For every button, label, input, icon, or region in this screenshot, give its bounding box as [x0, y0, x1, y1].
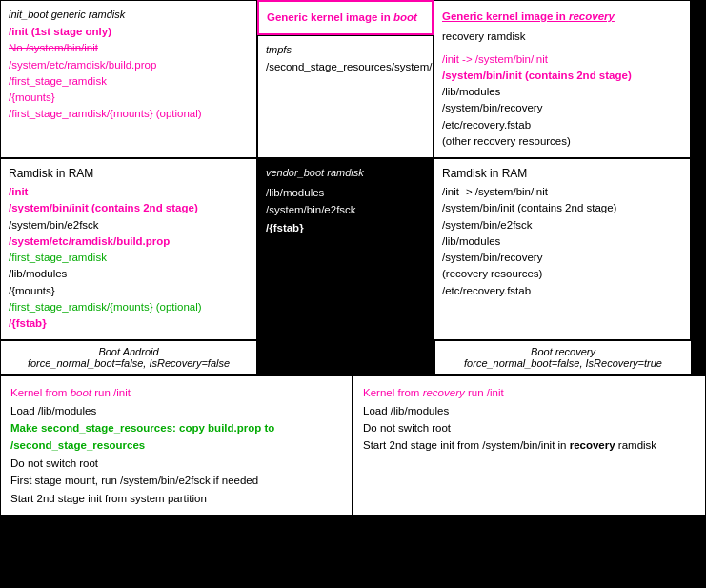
kr-line1: Kernel from recovery run /init	[363, 384, 696, 401]
kb-line2: Load /lib/modules	[10, 402, 342, 419]
caption-recovery-line1: Boot recovery	[443, 346, 683, 357]
rb-line3: /system/bin/e2fsck	[9, 217, 249, 233]
kb-line1: Kernel from boot run /init	[10, 384, 342, 401]
rb-line4: /system/etc/ramdisk/build.prop	[9, 233, 249, 250]
cell-tmpfs: tmpfs /second_stage_resources/system/etc…	[257, 35, 434, 158]
ramdisk-recovery-title: Ramdisk in RAM	[442, 167, 682, 180]
caption-boot: Boot Android force_normal_boot=false, Is…	[0, 340, 257, 375]
kb-line3: Make second_stage_resources: copy build.…	[10, 419, 342, 455]
rb-line7: /{mounts}	[9, 283, 249, 299]
recovery-line1: recovery ramdisk	[442, 29, 682, 45]
rr-line5: /system/bin/recovery	[442, 250, 682, 266]
vb-line3: /{fstab}	[266, 219, 425, 236]
rr-line7: /etc/recovery.fstab	[442, 283, 682, 299]
rb-line5: /first_stage_ramdisk	[9, 250, 249, 266]
recovery-line7: (other recovery resources)	[442, 133, 682, 150]
init-line1: /init (1st stage only)	[9, 24, 249, 40]
recovery-title: Generic kernel image in recovery	[442, 9, 682, 25]
init-line2: No /system/bin/init	[9, 40, 249, 56]
kb-line6: Start 2nd stage init from system partiti…	[10, 490, 342, 507]
tmpfs-label: tmpfs	[266, 44, 425, 55]
caption-recovery: Boot recovery force_normal_boot=false, I…	[434, 340, 692, 375]
cell-ramdisk-boot: Ramdisk in RAM /init /system/bin/init (c…	[0, 158, 257, 340]
init-line6: /first_stage_ramdisk/{mounts} (optional)	[9, 106, 249, 122]
rr-line1: /init -> /system/bin/init	[442, 184, 682, 200]
init-line5: /{mounts}	[9, 90, 249, 106]
ramdisk-boot-content: /init /system/bin/init (contains 2nd sta…	[9, 184, 249, 332]
rb-line1: /init	[9, 184, 249, 200]
cell-kernel-recovery: Kernel from recovery run /init Load /lib…	[353, 375, 706, 516]
ramdisk-recovery-content: /init -> /system/bin/init /system/bin/in…	[442, 184, 682, 299]
kr-pink-prefix: Kernel from recovery run /init	[363, 387, 504, 398]
init-line4: /first_stage_ramdisk	[9, 73, 249, 90]
vb-line2: /system/bin/e2fsck	[266, 201, 425, 218]
ramdisk-boot-title: Ramdisk in RAM	[9, 167, 249, 180]
cell-ramdisk-recovery: Ramdisk in RAM /init -> /system/bin/init…	[434, 158, 691, 340]
rr-line2: /system/bin/init (contains 2nd stage)	[442, 200, 682, 216]
vb-line1: /lib/modules	[266, 184, 425, 201]
cell-init-boot: init_boot generic ramdisk /init (1st sta…	[0, 0, 257, 158]
row3-captions: Boot Android force_normal_boot=false, Is…	[0, 340, 706, 375]
rb-line2: /system/bin/init (contains 2nd stage)	[9, 200, 249, 216]
cell-col2-row1-wrapper: Generic kernel image in boot tmpfs /seco…	[257, 0, 434, 158]
tmpfs-content: /second_stage_resources/system/etc/ramdi…	[266, 59, 425, 75]
rb-line8: /first_stage_ramdisk/{mounts} (optional)	[9, 299, 249, 315]
cell-title-init-boot: init_boot generic ramdisk	[9, 9, 249, 20]
cell-generic-recovery: Generic kernel image in recovery recover…	[434, 0, 691, 158]
rb-line9: /{fstab}	[9, 315, 249, 332]
caption-recovery-line2: force_normal_boot=false, IsRecovery=true	[443, 357, 683, 369]
recovery-line4: /lib/modules	[442, 84, 682, 100]
recovery-line6: /etc/recovery.fstab	[442, 117, 682, 133]
row2: Ramdisk in RAM /init /system/bin/init (c…	[0, 158, 706, 340]
caption-middle-black	[257, 340, 434, 375]
kr-line2: Load /lib/modules	[363, 402, 696, 419]
cell-generic-boot: Generic kernel image in boot	[257, 0, 434, 35]
recovery-line3: /system/bin/init (contains 2nd stage)	[442, 68, 682, 84]
recovery-line5: /system/bin/recovery	[442, 100, 682, 116]
cell-kernel-boot: Kernel from boot run /init Load /lib/mod…	[0, 375, 353, 516]
cell-content-init-boot: /init (1st stage only) No /system/bin/in…	[9, 24, 249, 123]
caption-boot-line2: force_normal_boot=false, IsRecovery=fals…	[9, 357, 249, 369]
kb-line4: Do not switch root	[10, 455, 342, 472]
kb-pink-prefix: Kernel from boot run /init	[10, 387, 131, 398]
init-line3: /system/etc/ramdisk/build.prop	[9, 57, 249, 73]
kb-line5: First stage mount, run /system/bin/e2fsc…	[10, 472, 342, 489]
cell-vendor-boot: vendor_boot ramdisk /lib/modules /system…	[257, 158, 434, 340]
row1: init_boot generic ramdisk /init (1st sta…	[0, 0, 706, 158]
kr-line3: Do not switch root	[363, 419, 696, 436]
generic-boot-title: Generic kernel image in boot	[267, 10, 424, 26]
row4-bottom: Kernel from boot run /init Load /lib/mod…	[0, 375, 706, 516]
kr-line4: Start 2nd stage init from /system/bin/in…	[363, 436, 696, 454]
generic-recovery-content: Generic kernel image in recovery recover…	[442, 9, 682, 150]
rr-line6: (recovery resources)	[442, 266, 682, 282]
caption-boot-line1: Boot Android	[9, 346, 249, 357]
rb-line6: /lib/modules	[9, 266, 249, 282]
vendor-boot-content: /lib/modules /system/bin/e2fsck /{fstab}	[266, 184, 425, 236]
vendor-boot-title: vendor_boot ramdisk	[266, 167, 425, 178]
rr-line3: /system/bin/e2fsck	[442, 217, 682, 233]
recovery-line2: /init -> /system/bin/init	[442, 51, 682, 68]
rr-line4: /lib/modules	[442, 233, 682, 250]
